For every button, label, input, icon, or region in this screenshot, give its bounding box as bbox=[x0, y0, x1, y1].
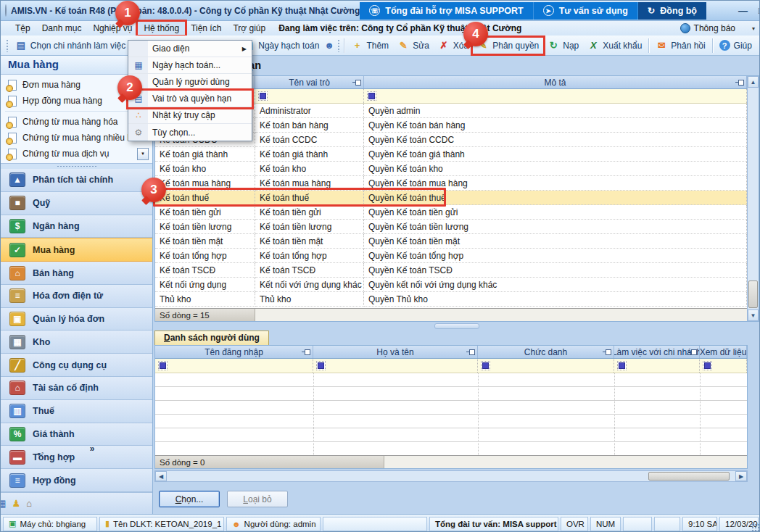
users-gold-icon[interactable]: ♟ bbox=[12, 498, 20, 509]
filter-icon[interactable] bbox=[158, 361, 168, 370]
scroll-right-icon[interactable]: ▶ bbox=[735, 471, 747, 481]
role-row[interactable]: Kế toán kho Kế toán kho Quyền Kế toán kh… bbox=[155, 162, 747, 176]
chevron-down-icon[interactable]: ▾ bbox=[752, 25, 755, 32]
notifications-button[interactable]: Thông báo ▾ bbox=[680, 23, 755, 33]
sidebar-module[interactable]: ▲ Phân tích tài chính bbox=[1, 169, 152, 192]
users-col-fullname[interactable]: Họ và tên bbox=[313, 346, 478, 358]
scrollbar-track[interactable] bbox=[748, 88, 759, 309]
column-gridline bbox=[313, 373, 314, 455]
role-row[interactable]: Kế toán giá thành Kế toán giá thành Quyề… bbox=[155, 147, 747, 162]
add-button[interactable]: + Thêm bbox=[347, 38, 393, 54]
menu-item-tuy-chon[interactable]: ⚙ Tùy chọn... bbox=[128, 124, 252, 141]
choose-branch-button[interactable]: ▤ Chọn chi nhánh làm việc bbox=[11, 38, 130, 54]
roles-col-desc[interactable]: Mô tả bbox=[364, 76, 747, 88]
menu-tro-giup[interactable]: Trợ giúp bbox=[227, 22, 271, 35]
sidebar-module[interactable]: ▣ Quản lý hóa đơn bbox=[1, 308, 152, 331]
role-cell-group: Kế toán thuế bbox=[155, 191, 255, 205]
menu-he-thong[interactable]: Hệ thống bbox=[138, 22, 185, 35]
filter-icon[interactable] bbox=[316, 361, 326, 370]
tab-users-list[interactable]: Danh sách người dùng bbox=[154, 331, 269, 345]
sidebar-module[interactable]: ▦ Kho bbox=[1, 331, 152, 354]
pin-icon[interactable] bbox=[302, 349, 310, 355]
sidebar-module[interactable]: ╱ Công cụ dụng cụ bbox=[1, 354, 152, 377]
pin-icon[interactable] bbox=[603, 349, 611, 355]
menu-tien-ich[interactable]: Tiện ích bbox=[185, 22, 227, 35]
sidebar-link-label: Chứng từ mua hàng hóa bbox=[22, 117, 117, 127]
sidebar-module[interactable]: % Giá thành bbox=[1, 423, 152, 446]
users-col-title[interactable]: Chức danh bbox=[478, 346, 614, 358]
load-button[interactable]: ↻ Nạp bbox=[543, 38, 583, 54]
roles-col-name[interactable]: Tên vai trò bbox=[255, 76, 364, 88]
pin-icon[interactable] bbox=[466, 349, 475, 355]
pin-icon[interactable] bbox=[352, 80, 361, 86]
pin-icon[interactable] bbox=[688, 349, 697, 355]
users-col-viewdata[interactable]: Xem dữ liệu bbox=[700, 346, 747, 358]
menu-nghiep-vu[interactable]: Nghiệp vụ bbox=[87, 22, 138, 35]
filter-icon[interactable] bbox=[258, 91, 268, 101]
role-row[interactable]: Kết nối ứng dụng Kết nối với ứng dụng kh… bbox=[155, 278, 747, 292]
scroll-up-icon[interactable]: ▲ bbox=[748, 76, 759, 88]
filter-icon[interactable] bbox=[367, 91, 376, 101]
menu-item-quan-ly-nguoi-dung[interactable]: ♟ Quản lý người dùng bbox=[128, 74, 252, 91]
export-button[interactable]: X Xuất khẩu bbox=[583, 38, 646, 54]
module-label: Tài sản cố định bbox=[33, 383, 99, 393]
role-row[interactable]: Kế toán mua hàng Kế toán mua hàng Quyền … bbox=[155, 176, 747, 191]
sidebar-module[interactable]: ⌂ Bán hàng bbox=[1, 262, 152, 285]
role-row[interactable]: Kế toán tiền mặt Kế toán tiền mặt Quyền … bbox=[155, 234, 747, 249]
edit-button[interactable]: ✎ Sửa bbox=[393, 38, 434, 54]
sync-button[interactable]: ↻ Đồng bộ bbox=[638, 2, 706, 20]
filter-icon[interactable] bbox=[703, 361, 712, 370]
menu-danh-muc[interactable]: Danh mục bbox=[36, 22, 88, 35]
role-cell-name: Kế toán bán hàng bbox=[255, 118, 364, 133]
menu-item-ngay-hach-toan[interactable]: ▦ Ngày hạch toán... bbox=[128, 57, 252, 74]
users-row-count: Số dòng = 0 bbox=[155, 456, 384, 468]
scrollbar-track[interactable] bbox=[167, 471, 735, 481]
delete-button[interactable]: ✗ Xóa bbox=[434, 38, 473, 54]
help-button[interactable]: ? Giúp bbox=[715, 38, 756, 53]
scrollbar-thumb[interactable] bbox=[648, 472, 730, 481]
sidebar-module[interactable]: ✓ Mua hàng bbox=[1, 238, 152, 262]
scroll-left-icon[interactable]: ◀ bbox=[155, 471, 167, 481]
sidebar-module[interactable]: ■ Quỹ bbox=[1, 192, 152, 215]
role-row[interactable]: Kế toán TSCĐ Kế toán TSCĐ Quyền Kế toán … bbox=[155, 263, 747, 278]
menu-item-vai-tro-quyen-han[interactable]: ▤ Vai trò và quyền hạn bbox=[128, 91, 252, 107]
menu-item-nhat-ky-truy-cap[interactable]: ∴ Nhật ký truy cập bbox=[128, 107, 252, 124]
minimize-button[interactable]: — bbox=[738, 5, 748, 16]
remove-button[interactable]: Loại bỏ bbox=[227, 491, 288, 507]
users-horizontal-scrollbar[interactable]: ◀ ▶ bbox=[154, 470, 748, 482]
pin-icon[interactable] bbox=[735, 80, 744, 86]
feedback-button[interactable]: ✉ Phản hồi bbox=[651, 38, 709, 54]
module-icon: ▲ bbox=[9, 173, 25, 187]
sidebar-module[interactable]: ⌂ Tài sản cố định bbox=[1, 377, 152, 400]
sidebar-module[interactable]: $ Ngân hàng bbox=[1, 215, 152, 238]
resize-grip[interactable] bbox=[751, 523, 760, 532]
permission-button[interactable]: ✎ Phân quyền bbox=[473, 38, 543, 54]
users-col-branch[interactable]: Làm việc với chi nhánh bbox=[614, 346, 700, 358]
module-icon: ✓ bbox=[9, 243, 25, 257]
role-row[interactable]: Kế toán thuế Kế toán thuế Quyền Kế toán … bbox=[155, 191, 747, 205]
link-dropdown-button[interactable]: ▾ bbox=[137, 148, 149, 160]
users-col-login[interactable]: Tên đăng nhập bbox=[155, 346, 313, 358]
choose-button[interactable]: Chọn... bbox=[159, 491, 220, 507]
sidebar-link-service[interactable]: Chứng từ mua dịch vụ ▾ bbox=[1, 146, 152, 162]
filter-icon[interactable] bbox=[481, 361, 490, 370]
sidebar-module[interactable]: ▥ Thuế bbox=[1, 400, 152, 423]
menu-tep[interactable]: Tệp bbox=[9, 22, 36, 35]
scrollbar-thumb[interactable] bbox=[748, 280, 758, 308]
filter-icon[interactable] bbox=[617, 361, 627, 370]
presentation-icon[interactable]: ▦ bbox=[0, 498, 6, 509]
scroll-down-icon[interactable]: ▼ bbox=[748, 309, 759, 321]
user-search-icon[interactable]: ☻ bbox=[323, 40, 334, 51]
support-hotline-button[interactable]: ☏ Tổng đài hỗ trợ MISA SUPPORT bbox=[360, 2, 533, 20]
role-row[interactable]: Kế toán tổng hợp Kế toán tổng hợp Quyền … bbox=[155, 249, 747, 263]
roles-vertical-scrollbar[interactable]: ▲ ▼ bbox=[747, 76, 759, 321]
role-row[interactable]: Kế toán tiền lương Kế toán tiền lương Qu… bbox=[155, 220, 747, 234]
sidebar-module[interactable]: ≡ Hóa đơn điện tử bbox=[1, 285, 152, 308]
person-building-icon[interactable]: ⌂ bbox=[26, 498, 32, 509]
consult-button[interactable]: ➤ Tư vấn sử dụng bbox=[534, 2, 638, 20]
sidebar-splitter[interactable] bbox=[1, 164, 152, 169]
menu-item-giao-dien[interactable]: Giao diện ▶ bbox=[128, 41, 252, 57]
role-row[interactable]: Thủ kho Thủ kho Quyền Thủ kho bbox=[155, 292, 747, 307]
role-row[interactable]: Kế toán tiền gửi Kế toán tiền gửi Quyền … bbox=[155, 205, 747, 220]
panel-splitter[interactable] bbox=[154, 323, 759, 329]
